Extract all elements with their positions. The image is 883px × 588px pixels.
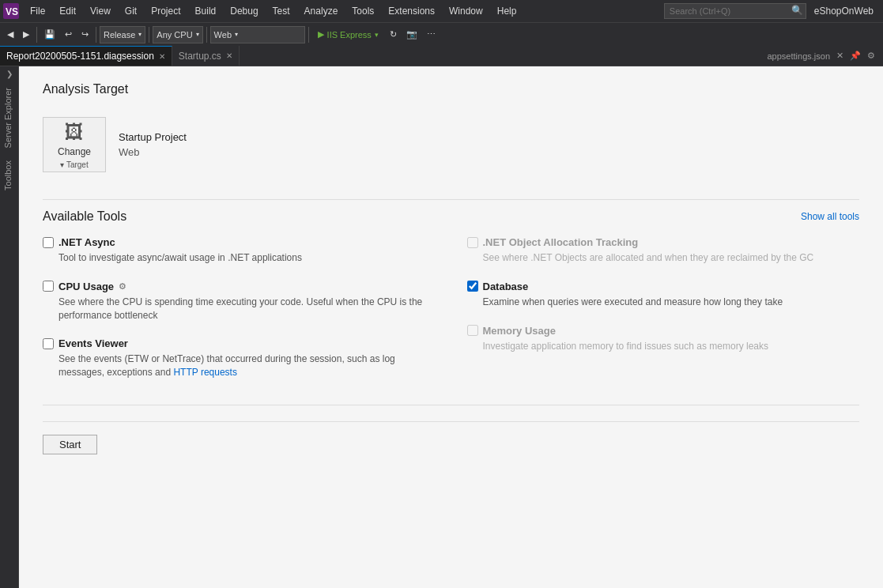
more-button[interactable]: ⋯ [423, 25, 440, 44]
tab-diagsession[interactable]: Report20200505-1151.diagsession ✕ [0, 46, 172, 66]
side-panel: ❯ Server Explorer Toolbox [0, 66, 19, 588]
target-box: 🖼 Change ▾ Target Startup Project Web [43, 109, 859, 180]
sidebar-item-server-explorer[interactable]: Server Explorer [0, 81, 18, 154]
project-value: Web [214, 30, 232, 40]
tab-settings-button[interactable]: ⚙ [864, 51, 878, 61]
tool-cpu-usage-desc: See where the CPU is spending time execu… [58, 296, 436, 322]
tool-memory-usage-desc: Investigate application memory to find i… [483, 340, 860, 353]
toolbar-separator-3 [149, 27, 149, 43]
vs-logo: VS [3, 3, 19, 19]
target-info: Startup Project Web [119, 131, 187, 158]
content-area: Analysis Target 🖼 Change ▾ Target Startu… [19, 66, 883, 588]
tool-database-desc: Examine when queries were executed and m… [483, 296, 860, 309]
section-divider-1 [43, 199, 859, 200]
platform-dropdown[interactable]: Any CPU ▾ [153, 26, 202, 43]
tab-diagsession-label: Report20200505-1151.diagsession [6, 51, 154, 62]
right-tab-label[interactable]: appsettings.json [764, 51, 834, 61]
save-all-button[interactable]: 💾 [40, 25, 59, 44]
change-label: Change [58, 146, 91, 157]
screenshot-button[interactable]: 📷 [402, 25, 421, 44]
tab-startup[interactable]: Startup.cs ✕ [172, 46, 240, 66]
startup-project-value: Web [119, 146, 187, 158]
tools-title: Available Tools [43, 209, 126, 224]
tool-database: Database Examine when queries were execu… [467, 281, 860, 309]
menu-window[interactable]: Window [443, 2, 489, 20]
menu-extensions[interactable]: Extensions [382, 2, 441, 20]
menu-build[interactable]: Build [189, 2, 223, 20]
cpu-usage-gear-icon[interactable]: ⚙ [119, 281, 126, 292]
sidebar-item-toolbox[interactable]: Toolbox [0, 154, 18, 197]
available-tools-section: Available Tools Show all tools .NET Asyn… [43, 209, 859, 395]
tool-events-viewer-desc: See the events (ETW or NetTrace) that oc… [58, 352, 436, 379]
tool-net-object-name: .NET Object Allocation Tracking [483, 236, 639, 248]
svg-text:VS: VS [6, 6, 18, 17]
tool-memory-usage-header: Memory Usage [467, 325, 860, 337]
project-dropdown-arrow: ▾ [235, 31, 238, 38]
menu-file[interactable]: File [24, 2, 51, 20]
config-value: Release [104, 30, 135, 40]
analysis-target-title: Analysis Target [43, 82, 859, 96]
diagnostics-content: Analysis Target 🖼 Change ▾ Target Startu… [19, 66, 883, 588]
tool-cpu-usage-checkbox[interactable] [43, 281, 54, 292]
menu-analyze[interactable]: Analyze [298, 2, 345, 20]
change-target-button[interactable]: 🖼 Change ▾ Target [43, 117, 106, 172]
tool-net-async-checkbox[interactable] [43, 237, 54, 248]
menu-edit[interactable]: Edit [53, 2, 82, 20]
startup-project-label: Startup Project [119, 131, 187, 143]
redo-button[interactable]: ↪ [77, 25, 92, 44]
toolbar-separator-1 [36, 27, 37, 43]
menu-help[interactable]: Help [491, 2, 523, 20]
start-button[interactable]: Start [43, 435, 97, 454]
start-section: Start [43, 421, 859, 454]
tool-net-object-header: .NET Object Allocation Tracking [467, 236, 860, 248]
toolbar-separator-2 [96, 27, 96, 43]
side-expand-button[interactable]: ❯ [0, 66, 18, 81]
menu-test[interactable]: Test [266, 2, 296, 20]
project-dropdown[interactable]: Web ▾ [210, 26, 305, 43]
run-icon: ▶ [318, 29, 324, 40]
tools-grid: .NET Async Tool to investigate async/awa… [43, 236, 859, 395]
tab-bar: Report20200505-1151.diagsession ✕ Startu… [0, 46, 883, 66]
config-dropdown[interactable]: Release ▾ [100, 26, 145, 43]
tool-memory-usage-name: Memory Usage [483, 325, 556, 337]
close-right-tab-button[interactable]: ✕ [833, 51, 847, 61]
forward-button[interactable]: ▶ [19, 25, 33, 44]
target-image-icon: 🖼 [65, 121, 84, 143]
config-dropdown-arrow: ▾ [138, 31, 142, 38]
tool-memory-usage: Memory Usage Investigate application mem… [467, 325, 860, 353]
toolbar-separator-5 [308, 27, 309, 43]
run-button[interactable]: ▶ IIS Express ▾ [312, 25, 384, 44]
menu-project[interactable]: Project [145, 2, 187, 20]
tool-net-object-checkbox[interactable] [467, 237, 478, 248]
tool-database-checkbox[interactable] [467, 281, 478, 292]
menu-view[interactable]: View [84, 2, 117, 20]
main-layout: ❯ Server Explorer Toolbox Analysis Targe… [0, 66, 883, 588]
tab-right-area: appsettings.json ✕ 📌 ⚙ [760, 46, 884, 66]
menu-git[interactable]: Git [119, 2, 143, 20]
search-input[interactable] [664, 3, 806, 19]
back-button[interactable]: ◀ [3, 25, 17, 44]
tool-database-header: Database [467, 281, 860, 292]
tool-memory-usage-checkbox[interactable] [467, 325, 478, 336]
tool-events-viewer-name: Events Viewer [58, 337, 128, 349]
tab-diagsession-close[interactable]: ✕ [159, 52, 165, 61]
menu-debug[interactable]: Debug [224, 2, 264, 20]
tool-net-async-desc: Tool to investigate async/await usage in… [58, 251, 436, 265]
show-all-tools-link[interactable]: Show all tools [801, 211, 859, 222]
menu-bar: VS File Edit View Git Project Build Debu… [0, 0, 883, 22]
toolbar: ◀ ▶ 💾 ↩ ↪ Release ▾ Any CPU ▾ Web ▾ ▶ II… [0, 22, 883, 46]
run-dropdown-arrow: ▾ [375, 31, 379, 39]
tab-startup-close[interactable]: ✕ [226, 51, 232, 60]
pin-right-tab-button[interactable]: 📌 [847, 51, 864, 61]
refresh-button[interactable]: ↻ [386, 25, 401, 44]
tool-events-viewer-checkbox[interactable] [43, 338, 54, 349]
user-label: eShopOnWeb [808, 2, 880, 20]
tool-net-async: .NET Async Tool to investigate async/awa… [43, 236, 436, 265]
menu-tools[interactable]: Tools [345, 2, 380, 20]
section-divider-2 [43, 405, 859, 405]
events-viewer-http-link[interactable]: HTTP requests [173, 367, 236, 378]
undo-button[interactable]: ↩ [61, 25, 76, 44]
tool-cpu-usage: CPU Usage ⚙ See where the CPU is spendin… [43, 281, 436, 322]
platform-dropdown-arrow: ▾ [196, 31, 199, 38]
tool-net-async-header: .NET Async [43, 236, 436, 248]
